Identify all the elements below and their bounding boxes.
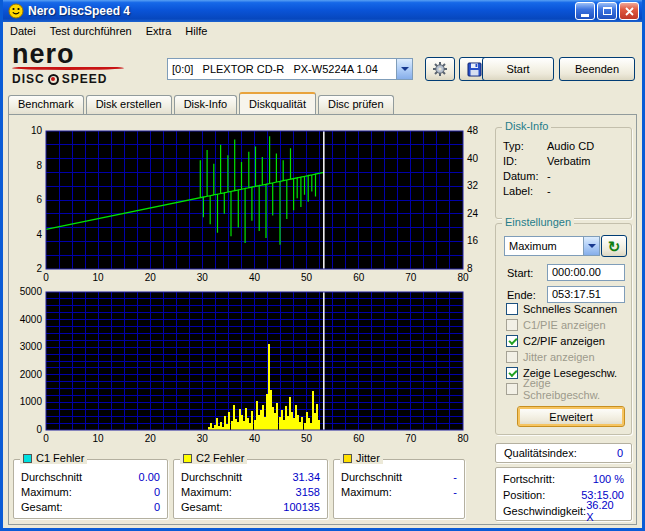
checkbox-label: Schnelles Scannen bbox=[523, 303, 617, 315]
jitter-average-row: Durchschnitt- bbox=[334, 469, 464, 484]
advanced-button[interactable]: Erweitert bbox=[517, 406, 625, 427]
start-time-field[interactable]: 000:00.00 bbox=[547, 264, 625, 281]
app-icon bbox=[8, 3, 24, 19]
c2-maximum-row: Maximum:3158 bbox=[174, 484, 327, 499]
checkbox-c2-pif-anzeigen[interactable]: C2/PIF anzeigen bbox=[506, 334, 629, 347]
checkbox-zeige-schreibgeschw: Zeige Schreibgeschw. bbox=[506, 382, 629, 395]
svg-text:70: 70 bbox=[405, 433, 417, 444]
titlebar[interactable]: Nero DiscSpeed 4 bbox=[3, 0, 642, 22]
app-window: Nero DiscSpeed 4 DateiTest durchführenEx… bbox=[0, 0, 645, 531]
svg-text:30: 30 bbox=[197, 433, 209, 444]
jitter-maximum-row: Maximum:- bbox=[334, 484, 464, 499]
c2-color-chip bbox=[183, 454, 192, 463]
tab-disk-erstellen[interactable]: Disk erstellen bbox=[86, 95, 172, 114]
menu-hilfe[interactable]: Hilfe bbox=[178, 23, 214, 39]
checkbox-label: Jitter anzeigen bbox=[523, 351, 595, 363]
svg-text:30: 30 bbox=[197, 272, 209, 283]
tab-disk-info[interactable]: Disk-Info bbox=[174, 95, 237, 114]
c1-total-row: Gesamt:0 bbox=[14, 499, 167, 514]
disk-info-title: Disk-Info bbox=[502, 120, 551, 132]
menu-test-durchführen[interactable]: Test durchführen bbox=[43, 23, 139, 39]
svg-text:1000: 1000 bbox=[20, 396, 43, 407]
svg-text:40: 40 bbox=[249, 272, 261, 283]
svg-text:50: 50 bbox=[301, 433, 313, 444]
tab-benchmark[interactable]: Benchmark bbox=[8, 95, 84, 114]
svg-text:3000: 3000 bbox=[20, 341, 43, 352]
checkbox-schnelles-scannen[interactable]: Schnelles Scannen bbox=[506, 302, 629, 315]
chevron-down-icon[interactable] bbox=[583, 237, 599, 255]
close-icon bbox=[625, 7, 634, 16]
tab-bar: BenchmarkDisk erstellenDisk-InfoDiskqual… bbox=[8, 92, 396, 114]
c2-total-row: Gesamt:100135 bbox=[174, 499, 327, 514]
svg-text:50: 50 bbox=[301, 272, 313, 283]
nero-eye-icon bbox=[48, 74, 59, 85]
jitter-panel: Jitter Durchschnitt- Maximum:- bbox=[333, 459, 465, 519]
checkbox-label: C2/PIF anzeigen bbox=[523, 335, 605, 347]
svg-text:80: 80 bbox=[457, 433, 469, 444]
menu-datei[interactable]: Datei bbox=[3, 23, 43, 39]
disk-type-row: Typ:Audio CD bbox=[496, 138, 631, 153]
svg-text:0: 0 bbox=[43, 272, 49, 283]
drive-select[interactable]: [0:0] PLEXTOR CD-R PX-W5224A 1.04 bbox=[167, 58, 413, 80]
checkbox-box bbox=[506, 383, 518, 395]
quality-index-label: Qualitätsindex: bbox=[504, 447, 577, 459]
maximize-button[interactable] bbox=[597, 2, 617, 20]
c2-panel-caption: C2 Fehler bbox=[180, 452, 247, 464]
menu-bar: DateiTest durchführenExtraHilfe bbox=[3, 22, 642, 40]
svg-text:80: 80 bbox=[457, 272, 469, 283]
c1-color-chip bbox=[23, 454, 32, 463]
svg-text:60: 60 bbox=[353, 272, 365, 283]
checkbox-box[interactable] bbox=[506, 335, 518, 347]
jitter-color-chip bbox=[343, 454, 352, 463]
svg-text:6: 6 bbox=[36, 194, 42, 205]
read-speed-chart: 1086424840322416801020304050607080 bbox=[9, 119, 487, 285]
refresh-button[interactable]: ↻ bbox=[601, 235, 627, 257]
checkbox-label: C1/PIE anzeigen bbox=[523, 319, 606, 331]
checkbox-box bbox=[506, 351, 518, 363]
disk-id-row: ID:Verbatim bbox=[496, 153, 631, 168]
quit-button[interactable]: Beenden bbox=[559, 57, 635, 81]
checkbox-box[interactable] bbox=[506, 303, 518, 315]
svg-text:0: 0 bbox=[43, 433, 49, 444]
svg-text:2000: 2000 bbox=[20, 369, 43, 380]
svg-text:32: 32 bbox=[467, 180, 479, 191]
progress-panel: Fortschritt:100 % Position:53:15.00 Gesc… bbox=[495, 467, 632, 521]
checkbox-box bbox=[506, 319, 518, 331]
svg-text:70: 70 bbox=[405, 272, 417, 283]
start-button[interactable]: Start bbox=[482, 57, 554, 81]
drive-select-value: [0:0] PLEXTOR CD-R PX-W5224A 1.04 bbox=[172, 63, 378, 75]
disk-info-group: Disk-Info Typ:Audio CD ID:Verbatim Datum… bbox=[495, 127, 632, 219]
c1-panel-caption: C1 Fehler bbox=[20, 452, 87, 464]
svg-text:10: 10 bbox=[93, 433, 105, 444]
svg-text:20: 20 bbox=[145, 433, 157, 444]
gear-icon bbox=[432, 61, 448, 77]
tab-disc-prüfen[interactable]: Disc prüfen bbox=[318, 95, 394, 114]
minimize-icon bbox=[581, 14, 589, 17]
svg-text:16: 16 bbox=[467, 235, 479, 246]
svg-text:8: 8 bbox=[36, 160, 42, 171]
c1-error-panel: C1 Fehler Durchschnitt0.00 Maximum:0 Ges… bbox=[13, 459, 168, 519]
options-button[interactable] bbox=[425, 57, 455, 81]
checkbox-box[interactable] bbox=[506, 367, 518, 379]
svg-text:0: 0 bbox=[36, 424, 42, 435]
tab-diskqualität[interactable]: Diskqualität bbox=[239, 92, 316, 114]
speed-row: Geschwindigkeit:36.20 X bbox=[496, 503, 631, 519]
speed-select-value: Maximum bbox=[509, 240, 557, 252]
quality-index-panel: Qualitätsindex: 0 bbox=[495, 443, 632, 463]
menu-extra[interactable]: Extra bbox=[139, 23, 179, 39]
c1-maximum-row: Maximum:0 bbox=[14, 484, 167, 499]
logo-speed-text: SPEED bbox=[62, 72, 108, 86]
chevron-down-icon[interactable] bbox=[396, 59, 412, 79]
svg-text:2: 2 bbox=[36, 263, 42, 274]
logo-disc-text: DISC bbox=[12, 72, 45, 86]
c2-error-panel: C2 Fehler Durchschnitt31.34 Maximum:3158… bbox=[173, 459, 328, 519]
svg-text:20: 20 bbox=[145, 272, 157, 283]
svg-text:24: 24 bbox=[467, 208, 479, 219]
maximize-icon bbox=[603, 7, 612, 15]
end-time-label: Ende: bbox=[507, 289, 536, 301]
close-button[interactable] bbox=[619, 2, 639, 20]
end-time-field[interactable]: 053:17.51 bbox=[547, 286, 625, 303]
start-time-label: Start: bbox=[507, 267, 533, 279]
minimize-button[interactable] bbox=[575, 2, 595, 20]
speed-select[interactable]: Maximum bbox=[504, 236, 600, 256]
